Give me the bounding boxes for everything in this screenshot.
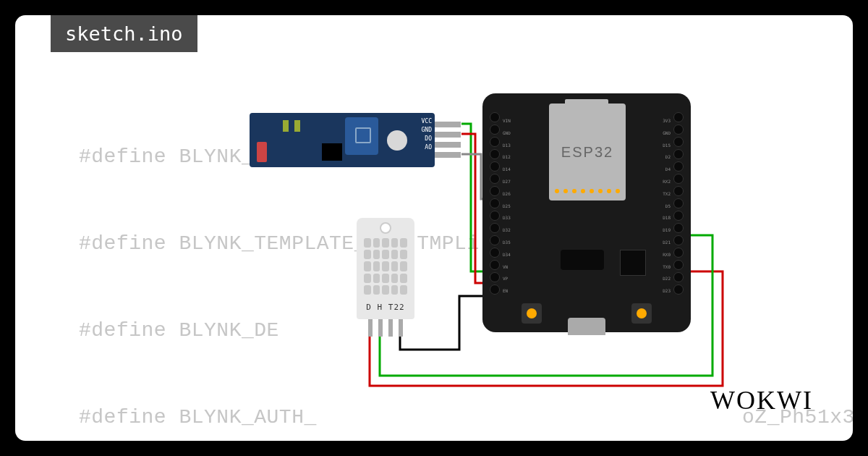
file-tab[interactable]: sketch.ino — [51, 15, 197, 52]
file-tab-label: sketch.ino — [65, 22, 183, 45]
code-line: #define BLYNK_TEMPLATE_ID "TMPLi — [79, 229, 853, 258]
editor-frame: #define BLYNK_PRINT Serial #define BLYNK… — [15, 15, 853, 441]
code-line: #define BLYNK_PRINT Serial — [79, 143, 853, 172]
code-line: #define BLYNK_DE — [79, 316, 853, 345]
wokwi-logo: OKWI — [710, 385, 813, 415]
